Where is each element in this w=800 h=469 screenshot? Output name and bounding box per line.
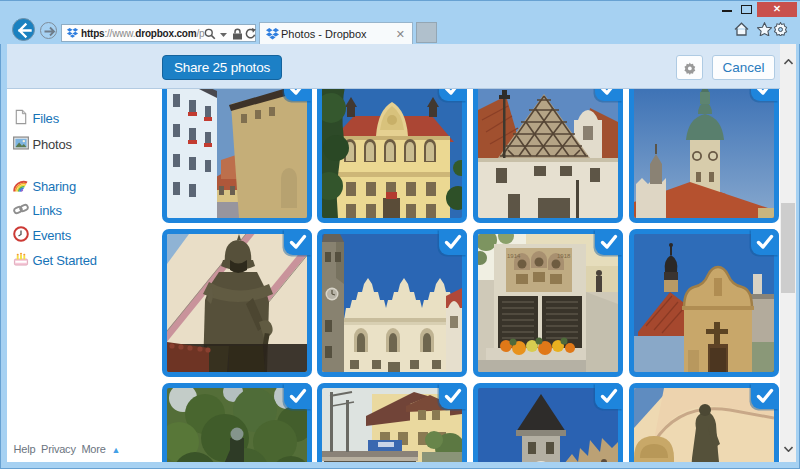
svg-text:1914: 1914 [507,253,521,259]
svg-text:1918: 1918 [557,253,571,259]
